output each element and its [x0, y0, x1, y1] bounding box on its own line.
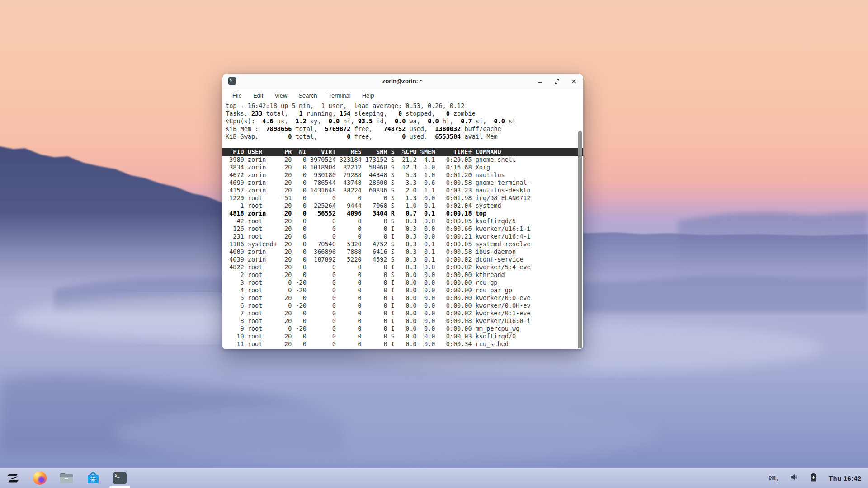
maximize-button[interactable] — [551, 75, 563, 87]
folder-icon — [60, 472, 73, 484]
terminal-icon: $_ — [228, 77, 236, 85]
maximize-icon — [554, 79, 560, 84]
menu-item-file[interactable]: File — [230, 91, 245, 100]
process-row: 4039 zorin 20 0 187892 5220 4592 S 0.3 0… — [226, 256, 583, 263]
battery-charging-icon — [810, 473, 817, 482]
process-table-header: PID USER PR NI VIRT RES SHR S %CPU %MEM … — [222, 148, 583, 156]
firefox-icon — [33, 471, 47, 485]
zorin-menu-button[interactable] — [6, 468, 20, 488]
volume-button[interactable] — [790, 473, 798, 483]
clock[interactable]: Thu 16:42 — [829, 474, 861, 482]
process-row: 1106 systemd+ 20 0 70540 5320 4752 S 0.3… — [226, 240, 583, 248]
process-row: 126 root 20 0 0 0 0 I 0.3 0.0 0:00.66 kw… — [226, 225, 583, 233]
process-row: 4 root 0 -20 0 0 0 I 0.0 0.0 0:00.00 rcu… — [226, 286, 583, 294]
taskbar: $_ en1 Thu 16:4 — [0, 468, 868, 488]
menu-item-search[interactable]: Search — [296, 91, 320, 100]
process-row: 4009 zorin 20 0 366896 7888 6416 S 0.3 0… — [226, 248, 583, 256]
terminal-content[interactable]: top - 16:42:18 up 5 min, 1 user, load av… — [222, 102, 583, 348]
software-bag-icon — [86, 471, 100, 485]
menu-bar: FileEditViewSearchTerminalHelp — [222, 89, 583, 102]
process-row: 4157 zorin 20 0 1431648 88224 60836 S 2.… — [226, 187, 583, 194]
process-row: 1229 root -51 0 0 0 0 S 1.3 0.0 0:01.98 … — [226, 194, 583, 202]
process-row: 3 root 0 -20 0 0 0 I 0.0 0.0 0:00.00 rcu… — [226, 279, 583, 286]
titlebar[interactable]: $_ zorin@zorin: ~ — [222, 74, 583, 89]
menu-item-edit[interactable]: Edit — [250, 91, 266, 100]
process-row: 9 root 0 -20 0 0 0 I 0.0 0.0 0:00.00 mm_… — [226, 325, 583, 333]
process-row: 10 root 20 0 0 0 0 S 0.0 0.0 0:00.03 kso… — [226, 333, 583, 340]
process-row: 4818 zorin 20 0 56552 4096 3404 R 0.7 0.… — [226, 210, 583, 217]
process-row: 6 root 0 -20 0 0 0 I 0.0 0.0 0:00.00 kwo… — [226, 302, 583, 310]
menu-item-terminal[interactable]: Terminal — [326, 91, 354, 100]
minimize-button[interactable] — [534, 75, 546, 87]
battery-button[interactable] — [810, 473, 817, 483]
process-row: 11 root 20 0 0 0 0 I 0.0 0.0 0:00.34 rcu… — [226, 340, 583, 348]
process-row: 5 root 20 0 0 0 0 I 0.0 0.0 0:00.00 kwor… — [226, 294, 583, 302]
process-row: 42 root 20 0 0 0 0 S 0.3 0.0 0:00.05 kso… — [226, 217, 583, 225]
terminal-window: $_ zorin@zorin: ~ FileEditViewSearc — [222, 74, 583, 349]
process-row: 4699 zorin 20 0 786544 43748 28600 S 3.3… — [226, 179, 583, 187]
scrollbar[interactable] — [578, 131, 582, 348]
active-app-indicator — [109, 486, 130, 488]
process-row: 3834 zorin 20 0 1018904 82212 58968 S 12… — [226, 164, 583, 171]
terminal-launcher[interactable]: $_ — [113, 468, 127, 488]
terminal-app-icon: $_ — [113, 472, 127, 484]
process-row: 3989 zorin 20 0 3970524 323184 173152 S … — [226, 156, 583, 164]
process-row: 1 root 20 0 225264 9444 7068 S 1.0 0.1 0… — [226, 202, 583, 210]
menu-item-view[interactable]: View — [272, 91, 290, 100]
process-row: 4822 root 20 0 0 0 0 I 0.3 0.0 0:00.02 k… — [226, 263, 583, 271]
minimize-icon — [538, 79, 543, 84]
keyboard-layout-indicator[interactable]: en1 — [769, 474, 778, 482]
process-row: 2 root 20 0 0 0 0 S 0.0 0.0 0:00.00 kthr… — [226, 271, 583, 279]
speaker-icon — [790, 473, 798, 481]
close-button[interactable] — [568, 75, 580, 87]
process-row: 4672 zorin 20 0 930180 79288 44348 S 5.3… — [226, 171, 583, 179]
software-launcher[interactable] — [86, 468, 100, 488]
process-row: 8 root 20 0 0 0 0 I 0.0 0.0 0:00.08 kwor… — [226, 317, 583, 325]
files-launcher[interactable] — [59, 468, 73, 488]
menu-item-help[interactable]: Help — [359, 91, 377, 100]
firefox-launcher[interactable] — [33, 468, 47, 488]
process-row: 231 root 20 0 0 0 0 I 0.3 0.0 0:00.21 kw… — [226, 233, 583, 240]
zorin-logo-icon — [6, 471, 20, 485]
process-row: 7 root 20 0 0 0 0 I 0.0 0.0 0:00.02 kwor… — [226, 310, 583, 317]
top-summary: top - 16:42:18 up 5 min, 1 user, load av… — [222, 102, 583, 141]
process-table: 3989 zorin 20 0 3970524 323184 173152 S … — [222, 156, 583, 348]
desktop: $_ zorin@zorin: ~ FileEditViewSearc — [0, 0, 868, 488]
close-icon — [571, 79, 576, 84]
